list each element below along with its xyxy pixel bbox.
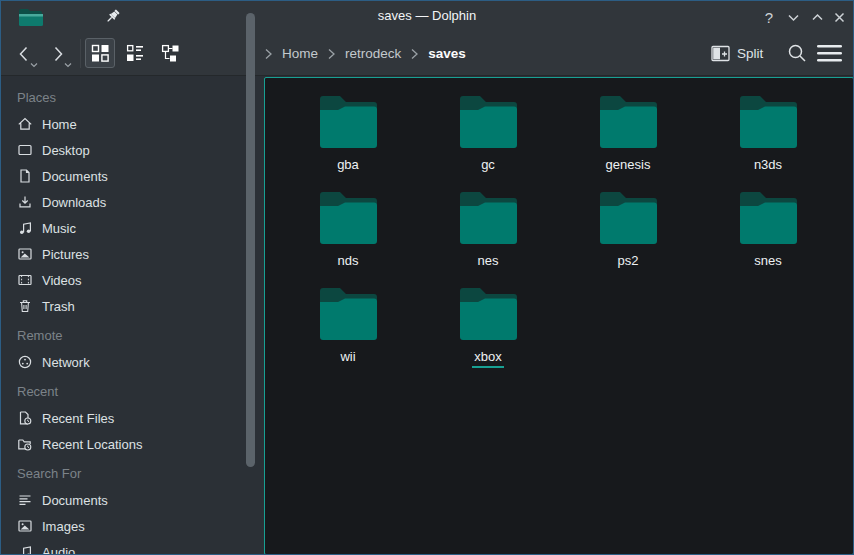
image-icon	[17, 246, 33, 262]
sidebar-item-label: Recent Locations	[42, 437, 142, 452]
close-button[interactable]	[831, 9, 847, 25]
icons-view-button[interactable]	[85, 38, 115, 68]
sidebar-item-recent-files[interactable]: Recent Files	[1, 405, 264, 431]
folder-icon	[600, 192, 657, 244]
split-button[interactable]: Split	[711, 38, 763, 68]
breadcrumb: Home retrodeck saves	[264, 31, 466, 76]
sidebar-item-label: Documents	[42, 493, 108, 508]
titlebar[interactable]: saves — Dolphin ?	[1, 1, 853, 31]
recent-files-icon	[17, 410, 33, 426]
places-panel: Places Home Desktop Documents Downloads	[1, 76, 264, 555]
details-view-icon	[126, 44, 144, 62]
folder-label: xbox	[472, 349, 503, 368]
film-icon	[17, 272, 33, 288]
folder-icon	[460, 96, 517, 148]
chevron-right-icon	[410, 48, 419, 60]
sidebar-item-documents[interactable]: Documents	[1, 163, 264, 189]
sidebar-item-label: Documents	[42, 169, 108, 184]
sidebar-item-label: Recent Files	[42, 411, 114, 426]
maximize-button[interactable]	[809, 9, 825, 25]
sidebar-item-label: Network	[42, 355, 90, 370]
sidebar-item-label: Trash	[42, 299, 75, 314]
folder-icon	[460, 288, 517, 340]
sidebar-item-label: Home	[42, 117, 77, 132]
recent-locations-icon	[17, 436, 33, 452]
sidebar-item-search-audio[interactable]: Audio	[1, 539, 264, 555]
folder-item-snes[interactable]: snes	[698, 184, 838, 280]
music-note-icon	[17, 544, 33, 555]
folder-label: ps2	[616, 253, 641, 272]
text-lines-icon	[17, 492, 33, 508]
folder-icon	[460, 192, 517, 244]
tree-view-button[interactable]	[155, 38, 185, 68]
sidebar-item-music[interactable]: Music	[1, 215, 264, 241]
window-title: saves — Dolphin	[1, 1, 853, 31]
folder-icon	[320, 96, 377, 148]
sidebar-item-search-images[interactable]: Images	[1, 513, 264, 539]
network-globe-icon	[17, 354, 33, 370]
folder-view[interactable]: gba gc genesis	[264, 77, 854, 555]
folder-icon	[740, 192, 797, 244]
document-icon	[17, 168, 33, 184]
chevron-left-icon	[15, 45, 33, 63]
folder-item-nes[interactable]: nes	[418, 184, 558, 280]
folder-item-n3ds[interactable]: n3ds	[698, 88, 838, 184]
search-icon	[786, 42, 808, 64]
sidebar-item-search-documents[interactable]: Documents	[1, 487, 264, 513]
folder-icon	[320, 288, 377, 340]
folder-label: snes	[752, 253, 783, 272]
sidebar-section-recent: Recent	[1, 379, 264, 405]
folder-label: wii	[338, 349, 357, 368]
download-icon	[17, 194, 33, 210]
desktop-icon	[17, 142, 33, 158]
folder-label: gc	[479, 157, 497, 176]
sidebar-item-desktop[interactable]: Desktop	[1, 137, 264, 163]
tree-view-icon	[161, 44, 180, 63]
sidebar-scrollbar[interactable]	[246, 13, 255, 467]
sidebar-item-trash[interactable]: Trash	[1, 293, 264, 319]
split-label: Split	[737, 46, 763, 61]
minimize-button[interactable]	[785, 9, 801, 25]
breadcrumb-item-home[interactable]: Home	[282, 46, 318, 61]
breadcrumb-item-retrodeck[interactable]: retrodeck	[345, 46, 401, 61]
sidebar-item-label: Videos	[42, 273, 82, 288]
icons-view-icon	[91, 44, 109, 62]
sidebar-section-places: Places	[1, 85, 264, 111]
hamburger-icon	[817, 45, 842, 62]
sidebar-item-downloads[interactable]: Downloads	[1, 189, 264, 215]
forward-button[interactable]	[43, 39, 73, 69]
folder-item-ps2[interactable]: ps2	[558, 184, 698, 280]
folder-label: nds	[336, 253, 361, 272]
chevron-down-icon	[30, 62, 38, 68]
sidebar-section-search-for: Search For	[1, 461, 264, 487]
details-view-button[interactable]	[120, 38, 150, 68]
folder-item-genesis[interactable]: genesis	[558, 88, 698, 184]
image-icon	[17, 518, 33, 534]
folder-item-wii[interactable]: wii	[278, 280, 418, 376]
sidebar-item-recent-locations[interactable]: Recent Locations	[1, 431, 264, 457]
sidebar-item-videos[interactable]: Videos	[1, 267, 264, 293]
sidebar-item-label: Music	[42, 221, 76, 236]
help-button[interactable]: ?	[761, 9, 777, 25]
chevron-right-icon	[327, 48, 336, 60]
folder-item-nds[interactable]: nds	[278, 184, 418, 280]
sidebar-item-pictures[interactable]: Pictures	[1, 241, 264, 267]
folder-label: gba	[335, 157, 361, 176]
dolphin-window: saves — Dolphin ?	[0, 0, 854, 555]
sidebar-item-home[interactable]: Home	[1, 111, 264, 137]
sidebar-item-label: Images	[42, 519, 85, 534]
hamburger-menu-button[interactable]	[817, 45, 842, 62]
folder-item-gc[interactable]: gc	[418, 88, 558, 184]
sidebar-item-label: Downloads	[42, 195, 106, 210]
folder-icon	[740, 96, 797, 148]
folder-item-gba[interactable]: gba	[278, 88, 418, 184]
breadcrumb-item-saves[interactable]: saves	[428, 46, 466, 61]
back-button[interactable]	[9, 39, 39, 69]
music-note-icon	[17, 220, 33, 236]
search-button[interactable]	[786, 42, 808, 64]
sidebar-section-remote: Remote	[1, 323, 264, 349]
sidebar-item-network[interactable]: Network	[1, 349, 264, 375]
chevron-right-icon	[49, 45, 67, 63]
folder-icon	[320, 192, 377, 244]
folder-item-xbox[interactable]: xbox	[418, 280, 558, 376]
